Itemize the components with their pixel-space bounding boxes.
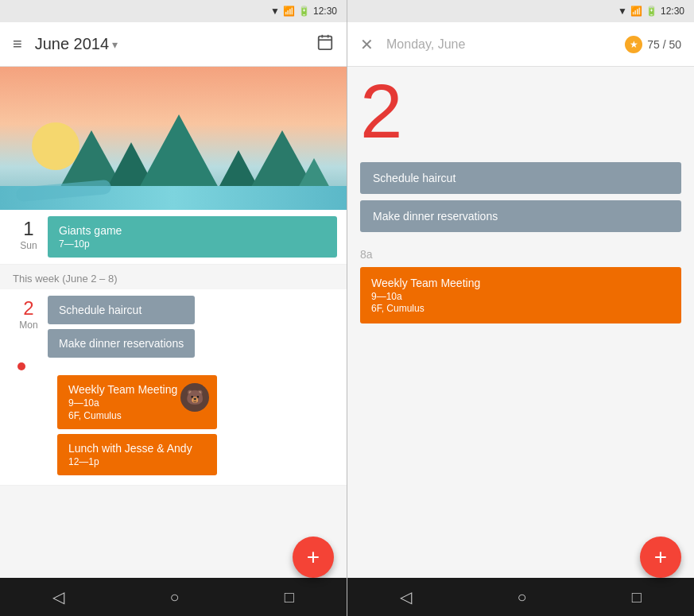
detail-event-location: 6F, Cumulus [371,303,670,314]
detail-event-time: 9—10a [371,291,670,302]
wifi-icon-right: 📶 [630,6,642,17]
detail-task-dinner[interactable]: Make dinner reservations [360,200,681,232]
fab-icon-left: + [307,544,320,570]
month-label-left: June 2014 [35,35,109,53]
coin-icon: ★ [625,36,642,53]
status-bar-left: ▼ 📶 🔋 12:30 [0,0,347,22]
day-name-2: Mon [19,320,37,331]
day-events-1: Giants game 7—10p [48,216,337,258]
task-schedule-haircut[interactable]: Schedule haircut [48,296,195,324]
task-title-haircut: Schedule haircut [59,304,184,316]
day-label-1: 1 Sun [10,216,48,251]
nav-home-left[interactable]: ○ [169,588,179,606]
task-dinner-reservations[interactable]: Make dinner reservations [48,329,195,358]
detail-date: Monday, June [386,37,625,52]
detail-event-card[interactable]: Weekly Team Meeting 9—10a 6F, Cumulus [360,267,681,323]
nav-recent-left[interactable]: □ [285,588,294,606]
event-lunch[interactable]: Lunch with Jesse & Andy 12—1p [57,434,217,475]
menu-icon-left[interactable]: ≡ [13,35,22,53]
event-giants-game[interactable]: Giants game 7—10p [48,216,337,258]
svg-rect-0 [319,37,332,49]
day-name-1: Sun [20,240,37,251]
hero-image [0,67,347,210]
event-time-meeting: 9—10a [68,397,177,409]
nav-bar-right: ◁ ○ □ [347,578,694,616]
timeline-row [10,358,25,375]
battery-icon: 🔋 [298,6,310,17]
event-title-giants: Giants game [59,224,326,237]
day-number-1: 1 [23,219,33,238]
detail-day-number: 2 [347,67,694,149]
nav-back-left[interactable]: ◁ [52,587,64,606]
event-weekly-meeting[interactable]: Weekly Team Meeting 9—10a 6F, Cumulus 🐻 [57,375,217,429]
wifi-icon: 📶 [283,6,295,17]
day-tasks-2: Schedule haircut Make dinner reservation… [48,296,195,358]
battery-icon-right: 🔋 [646,6,657,17]
avatar-meeting: 🐻 [180,383,209,412]
detail-header: ✕ Monday, June ★ 75 / 50 [347,22,694,67]
coin-badge: ★ 75 / 50 [625,36,681,53]
signal-icon: ▼ [270,6,280,17]
right-panel: ▼ 📶 🔋 12:30 ✕ Monday, June ★ 75 / 50 2 S… [347,0,694,616]
content-area-right: 2 Schedule haircut Make dinner reservati… [347,67,694,578]
nav-home-right[interactable]: ○ [517,588,526,606]
signal-icon-right: ▼ [618,6,627,17]
detail-event-title: Weekly Team Meeting [371,277,670,289]
fab-left[interactable]: + [293,537,334,578]
event-location-meeting: 6F, Cumulus [68,410,177,421]
timeline-dot [17,362,25,370]
nav-recent-right[interactable]: □ [632,588,642,606]
left-panel: ▼ 📶 🔋 12:30 ≡ June 2014 ▾ [0,0,347,616]
app-header-left: ≡ June 2014 ▾ [0,22,347,67]
fab-right[interactable]: + [640,537,681,578]
coin-score: 75 / 50 [647,38,681,51]
content-area-left: 1 Sun Giants game 7—10p This week (June … [0,210,347,578]
day-label-2: 2 Mon [10,296,48,331]
fab-icon-right: + [654,544,667,570]
task-title-dinner: Make dinner reservations [59,337,184,350]
event-title-lunch: Lunch with Jesse & Andy [68,442,206,455]
day-row-1: 1 Sun Giants game 7—10p [0,210,347,265]
event-time-giants: 7—10p [59,238,326,250]
clock-left: 12:30 [313,6,337,17]
detail-time-label: 8a [347,232,694,267]
clock-right: 12:30 [661,6,684,17]
month-title-left: June 2014 ▾ [35,35,316,53]
day-row-2: 2 Mon Schedule haircut Make dinner reser… [0,289,347,486]
week-header: This week (June 2 – 8) [0,265,347,289]
dropdown-arrow-left[interactable]: ▾ [112,38,118,51]
nav-back-right[interactable]: ◁ [400,587,412,606]
status-icons-left: ▼ 📶 🔋 12:30 [270,6,337,17]
status-icons-right: ▼ 📶 🔋 12:30 [618,6,684,17]
nav-bar-left: ◁ ○ □ [0,578,347,616]
detail-tasks: Schedule haircut Make dinner reservation… [347,149,694,232]
event-title-meeting: Weekly Team Meeting [68,383,177,396]
detail-task-haircut[interactable]: Schedule haircut [360,162,681,194]
day-number-2: 2 [23,299,33,318]
calendar-icon-left[interactable] [316,33,334,55]
status-bar-right: ▼ 📶 🔋 12:30 [347,0,694,22]
event-time-lunch: 12—1p [68,456,206,467]
close-button[interactable]: ✕ [360,35,374,54]
